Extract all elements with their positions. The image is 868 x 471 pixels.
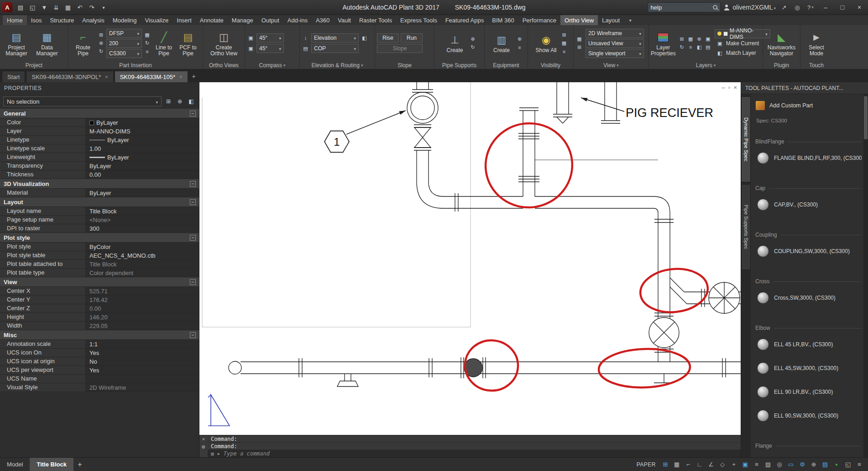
file-tab-105[interactable]: SK09-464633M-105* × [115,71,188,82]
elevation-dropdown[interactable]: Elevation [311,33,359,42]
tab-a360[interactable]: A360 [312,15,334,25]
save-as-icon[interactable] [51,2,62,13]
tab-modeling[interactable]: Modeling [109,15,141,25]
isodraft-icon[interactable] [717,460,727,469]
object-snap-icon[interactable] [740,460,750,469]
ribbon-options-icon[interactable] [624,15,637,25]
tab-annotate[interactable]: Annotate [196,15,228,25]
match-layer-button[interactable]: Match Layer [715,49,770,58]
polar-tracking-icon[interactable] [706,460,716,469]
attach-support-icon[interactable] [469,36,477,43]
create-pipe-support-button[interactable]: Create [442,33,468,53]
new-drawing-tab-button[interactable]: + [189,71,199,81]
palette-item[interactable]: ELL 45,SW,3000, (CS300) [755,356,862,380]
property-value[interactable]: AEC_NCS_4_MONO.ctb [86,251,199,259]
section-plot-style[interactable]: Plot style [0,233,199,243]
collapse-icon[interactable] [190,111,196,116]
tab-express-tools[interactable]: Express Tools [396,15,441,25]
layer-walk-icon[interactable] [695,43,703,51]
property-value[interactable]: 1.00 [86,144,199,153]
property-value[interactable]: ByLayer [86,136,199,144]
signin-user[interactable]: olivem2XGML [733,4,776,11]
close-tab-icon[interactable]: × [105,74,108,79]
run-field[interactable]: Run [401,33,423,42]
section-general[interactable]: General [0,109,199,118]
plot-icon[interactable] [63,2,73,13]
tab-insert[interactable]: Insert [173,15,196,25]
property-value[interactable]: Yes [86,349,199,357]
palette-tab-dynamic-pipe-spec[interactable]: Dynamic Pipe Spec [741,96,751,182]
tool-palettes-title[interactable]: TOOL PALETTES - AUTOCAD PLANT... [741,82,868,94]
layer-freeze-icon[interactable] [695,35,703,42]
spec-viewer-icon[interactable] [143,32,151,39]
help-menu-icon[interactable]: ? [805,2,816,12]
viewport-dropdown[interactable]: Single viewport [586,49,644,58]
layer-properties-button[interactable]: Layer Properties [651,30,676,57]
show-all-button[interactable]: Show All [533,33,559,53]
annotation-monitor-icon[interactable] [809,460,819,469]
layer-unisolate-icon[interactable] [687,35,695,42]
close-command-icon[interactable] [202,436,205,442]
make-current-button[interactable]: Make Current [715,39,770,48]
palette-item[interactable]: ELL 90,SW,3000, (CS300) [755,404,862,428]
file-tab-start[interactable]: Start [2,71,25,82]
spec-list-icon[interactable] [143,48,151,55]
navisworks-button[interactable]: Navisworks Navigator [767,30,796,57]
pipe-add-icon[interactable] [97,40,105,47]
command-input[interactable]: Type a command [208,450,741,457]
property-value[interactable]: M-ANNO-DIMS [86,127,199,135]
tab-home[interactable]: Home [3,15,27,25]
collapse-icon[interactable] [190,181,196,187]
panel-label-layers[interactable]: Layers [649,61,763,69]
panel-label-compass[interactable]: Compass [245,61,299,69]
viewport-close-icon[interactable] [733,84,737,91]
collapse-icon[interactable] [190,279,196,285]
tab-isos[interactable]: Isos [27,15,46,25]
view-cube-icon[interactable] [575,44,583,51]
layout-tab-model[interactable]: Model [0,458,30,471]
toggle-pickadd-icon[interactable] [164,97,173,106]
paint-icon[interactable] [361,34,368,42]
palette-tab-pipe-supports-spec[interactable]: Pipe Supports Spec [741,184,751,270]
drawing-canvas[interactable]: 1 PIG RECIEVER [199,82,741,435]
property-value[interactable]: No [86,357,199,365]
clean-screen-icon[interactable] [843,460,853,469]
isolate-icon[interactable] [560,40,568,47]
property-value[interactable]: 300 [86,224,199,233]
nominal-size-dropdown[interactable]: 200 [106,39,142,48]
size-dropdown[interactable]: DFSP [106,29,142,38]
viewport-restore-icon[interactable] [728,84,731,91]
reload-spec-icon[interactable] [143,40,151,47]
maximize-button[interactable]: □ [836,1,849,13]
drawing-canvas-svg[interactable]: 1 PIG RECIEVER [199,82,741,435]
tab-bim360[interactable]: BIM 360 [488,15,518,25]
cop-dropdown[interactable]: COP [311,44,359,53]
property-value[interactable]: ByLayer [86,162,199,170]
tab-visualize[interactable]: Visualize [141,15,173,25]
visibility-list-icon[interactable] [560,48,568,55]
object-snap-tracking-icon[interactable] [729,460,739,469]
modify-equipment-icon[interactable] [516,36,523,43]
status-indicator-icon[interactable] [831,460,842,469]
collapse-icon[interactable] [190,235,196,241]
property-value[interactable]: ByColor [86,243,199,251]
tab-addins[interactable]: Add-ins [283,15,312,25]
palette-item[interactable]: ELL 90 LR,BV., (CS300) [755,380,862,404]
lineweight-icon[interactable] [752,460,762,469]
redo-icon[interactable] [86,2,97,13]
file-tab-3dnpol[interactable]: SK09-464633M-3DNPOL* × [26,71,113,82]
minimize-button[interactable]: – [819,1,832,13]
property-value[interactable]: Title Block [86,207,199,215]
rise-field[interactable]: Rise [377,33,399,42]
section-view[interactable]: View [0,277,199,287]
create-equipment-button[interactable]: Create [489,33,514,53]
close-tab-icon[interactable]: × [179,74,182,79]
open-file-icon[interactable] [27,2,38,13]
new-layout-button[interactable]: + [73,458,86,471]
collapse-icon[interactable] [190,199,196,205]
tab-vault[interactable]: Vault [334,15,355,25]
save-icon[interactable] [39,2,50,13]
section-layout[interactable]: Layout [0,197,199,207]
workspace-gear-icon[interactable] [797,460,807,469]
layer-merge-icon[interactable] [704,43,712,51]
